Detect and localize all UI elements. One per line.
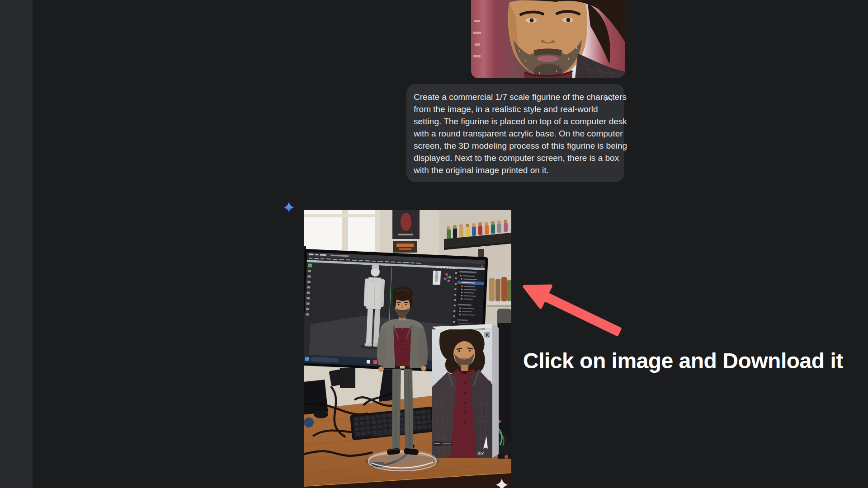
portrait-photo-illustration	[471, 0, 625, 78]
figurine-scene-illustration: K 0/X	[304, 210, 511, 488]
collapse-prompt-button[interactable]	[603, 93, 614, 105]
cta-label: Click on image and Download it	[523, 348, 843, 373]
box-logo-text: 0/X	[477, 451, 484, 456]
box-brand-letter: K	[486, 333, 490, 338]
prompt-line: displayed. Next to the computer screen, …	[414, 152, 598, 164]
generated-image[interactable]: K 0/X	[304, 210, 511, 488]
prompt-line: Create a commercial 1/7 scale figurine o…	[414, 91, 598, 103]
arrow-shape	[524, 286, 620, 334]
user-prompt-bubble: Create a commercial 1/7 scale figurine o…	[406, 84, 624, 182]
prompt-line: with the original image printed on it.	[414, 164, 598, 176]
annotation-arrow	[518, 278, 627, 340]
left-nav-rail	[0, 0, 33, 488]
wall-posters	[392, 210, 420, 253]
box-print	[432, 328, 492, 458]
prompt-line: with a round transparent acrylic base. O…	[414, 127, 598, 140]
chevron-up-icon	[604, 97, 613, 101]
prompt-line: screen, the 3D modeling process of this …	[414, 140, 598, 152]
uploaded-attachment-image[interactable]	[471, 0, 625, 78]
prompt-line: from the image, in a realistic style and…	[414, 103, 598, 115]
prompt-line: setting. The figurine is placed on top o…	[414, 115, 598, 127]
packaging-box: K 0/X	[432, 324, 499, 458]
gemini-sparkle-icon	[283, 202, 295, 213]
